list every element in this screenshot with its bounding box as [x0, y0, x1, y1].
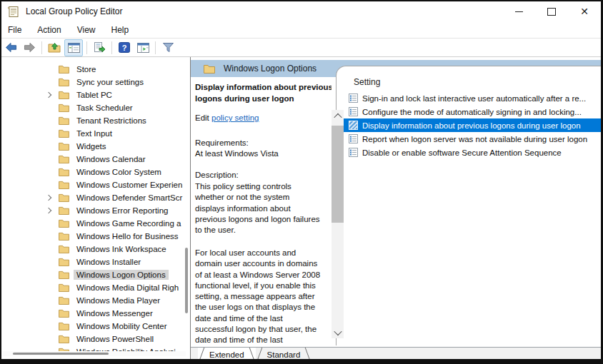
tree-item-label: Windows PowerShell [74, 334, 156, 344]
folder-icon [59, 181, 69, 189]
settings-column-header[interactable]: Setting [337, 66, 601, 91]
minimize-button[interactable] [502, 1, 535, 21]
close-button[interactable]: ✕ [568, 1, 601, 21]
tree-list: StoreSync your settingsTablet PCTask Sch… [1, 63, 184, 351]
chevron-up-icon [334, 113, 342, 121]
chevron-right-icon[interactable] [44, 193, 53, 202]
tree-item-label: Task Scheduler [74, 103, 136, 113]
tree-item-label: Windows Media Digital Righ [74, 283, 181, 293]
folder-icon [59, 116, 69, 125]
tree-item-windows-installer[interactable]: Windows Installer [1, 256, 184, 268]
tree-item-windows-error-reporting[interactable]: Windows Error Reporting [1, 204, 184, 217]
up-one-level-button[interactable] [46, 40, 63, 56]
tree-item-windows-hello-for-business[interactable]: Windows Hello for Business [1, 230, 184, 243]
text-line: whether or not the system [195, 192, 320, 203]
text-line: Display information about previous [195, 82, 332, 93]
setting-label: Disable or enable software Secure Attent… [362, 148, 562, 157]
tree-item-windows-calendar[interactable]: Windows Calendar [1, 153, 184, 166]
tree-item-windows-game-recording-a[interactable]: Windows Game Recording a [1, 217, 184, 230]
tree-horizontal-scrollbar[interactable] [3, 351, 186, 356]
scroll-up-button[interactable] [332, 110, 344, 122]
chevron-right-icon[interactable] [44, 91, 53, 99]
tree-item-text-input[interactable]: Text Input [1, 127, 184, 140]
console-tree-pane: StoreSync your settingsTablet PCTask Sch… [1, 57, 191, 359]
tree-item-windows-customer-experien[interactable]: Windows Customer Experien [1, 178, 184, 191]
text-line: setting, a message appears after [195, 291, 320, 302]
tree-item-windows-reliability-analysi[interactable]: Windows Reliability Analysi [1, 345, 184, 351]
maximize-button[interactable] [535, 1, 568, 21]
toolbar: ? [1, 39, 601, 57]
folder-icon [59, 309, 69, 318]
tree-item-windows-logon-options[interactable]: Windows Logon Options [1, 268, 184, 281]
view-tab-bar: ExtendedStandard [191, 347, 601, 361]
help-button[interactable]: ? [116, 40, 133, 56]
menu-item-file[interactable]: File [1, 25, 29, 35]
back-button[interactable] [2, 40, 19, 56]
setting-row[interactable]: Report when logon server was not availab… [337, 132, 601, 146]
tree-item-widgets[interactable]: Widgets [1, 140, 184, 153]
filter-icon [162, 42, 174, 53]
chevron-right-icon[interactable] [44, 206, 53, 215]
setting-label: Report when logon server was not availab… [362, 135, 587, 143]
tree-item-windows-powershell[interactable]: Windows PowerShell [1, 333, 184, 345]
setting-row[interactable]: Display information about previous logon… [337, 118, 601, 132]
export-list-button[interactable] [91, 40, 108, 56]
folder-icon [59, 335, 69, 343]
scroll-down-button[interactable] [332, 326, 344, 338]
description-label: Description: [195, 171, 239, 179]
menu-item-help[interactable]: Help [104, 25, 137, 35]
tree-item-windows-mobility-center[interactable]: Windows Mobility Center [1, 320, 184, 333]
text-line: This policy setting controls [195, 181, 320, 192]
tab-edge [305, 348, 311, 360]
tree-item-windows-defender-smartscr[interactable]: Windows Defender SmartScr [1, 191, 184, 204]
details-scroll-thumb[interactable] [332, 126, 344, 223]
tree-item-windows-messenger[interactable]: Windows Messenger [1, 307, 184, 320]
setting-row[interactable]: Sign-in and lock last interactive user a… [337, 91, 601, 105]
app-icon [7, 6, 19, 18]
policy-setting-icon [349, 93, 358, 103]
text-line: displays information about [195, 203, 320, 214]
text-line: successful logon by that user, the [195, 324, 320, 335]
tree-item-windows-color-system[interactable]: Windows Color System [1, 166, 184, 178]
menu-item-action[interactable]: Action [29, 25, 69, 35]
tree-item-windows-media-player[interactable]: Windows Media Player [1, 294, 184, 307]
tree-item-label: Windows Customer Experien [74, 180, 184, 190]
tree-item-windows-media-digital-righ[interactable]: Windows Media Digital Righ [1, 281, 184, 294]
tab-standard[interactable]: Standard [256, 348, 312, 361]
show-console-tree-button[interactable] [64, 39, 83, 56]
edit-prefix: Edit [195, 113, 211, 122]
policy-title: Display information about previouslogons… [195, 82, 332, 104]
settings-panel: Setting Sign-in and lock last interactiv… [336, 66, 601, 345]
tab-extended[interactable]: Extended [198, 348, 256, 361]
tree-item-label: Windows Game Recording a [74, 218, 184, 228]
export-list-icon [94, 42, 106, 53]
tree-item-label: Windows Error Reporting [74, 206, 171, 216]
menu-bar: FileActionViewHelp [1, 21, 601, 39]
details-scrollbar[interactable] [332, 110, 344, 338]
tree-item-label: Tenant Restrictions [74, 116, 149, 126]
setting-row[interactable]: Disable or enable software Secure Attent… [337, 146, 601, 159]
tree-vertical-scrollbar[interactable] [185, 248, 188, 313]
new-window-button[interactable] [134, 40, 151, 56]
menu-item-view[interactable]: View [69, 25, 104, 35]
requirements-label: Requirements: [195, 138, 279, 148]
text-line: functional level, if you enable this [195, 280, 320, 291]
tree-item-windows-ink-workspace[interactable]: Windows Ink Workspace [1, 243, 184, 256]
folder-icon [59, 271, 69, 279]
maximize-icon [547, 8, 556, 16]
setting-row[interactable]: Configure the mode of automatically sign… [337, 105, 601, 118]
tree-item-store[interactable]: Store [1, 63, 184, 76]
tree-item-sync-your-settings[interactable]: Sync your settings [1, 76, 184, 89]
folder-icon [59, 103, 69, 112]
setting-label: Display information about previous logon… [362, 121, 581, 130]
tree-item-tablet-pc[interactable]: Tablet PC [1, 89, 184, 101]
tree-hscroll-thumb[interactable] [13, 353, 109, 355]
tree-item-task-scheduler[interactable]: Task Scheduler [1, 101, 184, 114]
tree-item-label: Text Input [74, 128, 115, 138]
tree-item-tenant-restrictions[interactable]: Tenant Restrictions [1, 114, 184, 127]
tree-item-label: Tablet PC [74, 90, 115, 100]
policy-setting-link[interactable]: policy setting [211, 113, 259, 122]
window-title: Local Group Policy Editor [26, 6, 122, 16]
forward-button[interactable] [21, 40, 38, 56]
filter-button[interactable] [159, 40, 176, 56]
